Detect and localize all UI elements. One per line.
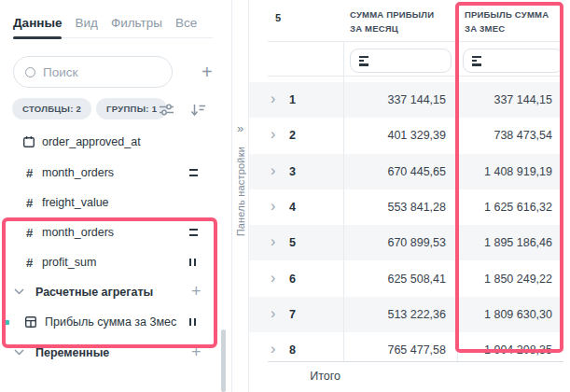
tab-data[interactable]: Данные	[13, 11, 62, 37]
add-aggregate-button[interactable]: +	[191, 282, 202, 301]
row-number: 7	[289, 308, 296, 321]
totals-label: Итого	[249, 370, 341, 383]
column-header-line: ПРИБЫЛЬ СУММА	[465, 7, 549, 21]
search-field[interactable]	[43, 65, 160, 79]
chevron-down-icon[interactable]	[14, 349, 24, 356]
number-field-icon: #	[22, 166, 36, 180]
field-row-freight-value[interactable]: # freight_value	[0, 188, 222, 217]
table-row[interactable]: ›1 337 144,15 337 144,15	[249, 82, 563, 118]
pivot-table: 5 СУММА ПРИБЫЛИ ЗА МЕСЯЦ ПРИБЫЛЬ СУММА З…	[249, 0, 570, 392]
tune-filters-icon[interactable]	[158, 101, 175, 119]
field-row-month-orders[interactable]: # month_orders	[0, 158, 222, 188]
row-expand-icon[interactable]: ›	[271, 235, 275, 250]
section-label: Переменные	[35, 346, 109, 359]
table-row[interactable]: ›8 765 477,58 1 904 208,35	[249, 332, 563, 361]
cell-rolling: 1 625 616,32	[457, 201, 563, 214]
pause-icon[interactable]	[189, 259, 196, 266]
number-field-icon: #	[22, 256, 36, 270]
field-row-order-approved-at[interactable]: order_approved_at	[0, 127, 222, 157]
pause-icon[interactable]	[189, 318, 196, 326]
section-calculated-aggregates[interactable]: Расчетные агрегаты +	[0, 277, 222, 307]
column-header-line: ЗА МЕСЯЦ	[350, 21, 434, 35]
column-header-rolling[interactable]: ПРИБЫЛЬ СУММА ЗА 3МЕС	[465, 7, 549, 35]
active-field-bullet	[5, 320, 9, 325]
tab-all[interactable]: Все	[175, 11, 197, 37]
columns-count-badge[interactable]: СТОЛБЦЫ: 2	[12, 98, 91, 119]
cell-monthly: 401 329,39	[343, 129, 457, 142]
column-header-line: ЗА 3МЕС	[465, 21, 549, 35]
row-number: 8	[289, 343, 296, 357]
table-row[interactable]: ›7 513 222,36 1 809 630,30	[249, 297, 563, 332]
row-expand-icon[interactable]: ›	[271, 199, 275, 214]
cell-monthly: 670 445,65	[343, 165, 457, 178]
field-row-month-orders-2[interactable]: # month_orders	[0, 217, 222, 247]
cell-monthly: 513 222,36	[343, 308, 457, 321]
cell-monthly: 625 508,41	[343, 273, 457, 286]
field-label: order_approved_at	[42, 135, 141, 148]
column-header-monthly[interactable]: СУММА ПРИБЫЛИ ЗА МЕСЯЦ	[350, 7, 434, 35]
number-field-icon: #	[22, 226, 36, 240]
tab-filters[interactable]: Фильтры	[111, 11, 162, 37]
settings-panel-strip[interactable]: » Панель настройки	[231, 0, 249, 392]
expand-panel-icon[interactable]: »	[232, 122, 248, 134]
groups-count-badge[interactable]: ГРУППЫ: 1	[96, 98, 167, 119]
cell-rolling: 1 895 186,46	[457, 236, 563, 249]
app-window: Данные Вид Фильтры Все + СТОЛБЦЫ: 2 ГРУП…	[0, 0, 570, 392]
row-count-header: 5	[275, 12, 281, 23]
number-field-icon: #	[22, 196, 36, 210]
equals-icon[interactable]	[189, 229, 198, 236]
cell-rolling: 337 144,15	[457, 93, 563, 106]
row-expand-icon[interactable]: ›	[271, 306, 275, 321]
table-row[interactable]: ›2 401 329,39 738 473,54	[249, 118, 563, 153]
row-number: 1	[289, 93, 296, 106]
equals-icon[interactable]	[189, 169, 198, 176]
sort-order-icon[interactable]	[189, 101, 207, 119]
field-label: freight_value	[42, 196, 109, 209]
filter-row-divider	[268, 76, 563, 77]
row-number: 4	[289, 201, 296, 214]
field-row-profit-sum[interactable]: # profit_sum	[0, 247, 222, 277]
column-divider	[343, 41, 344, 392]
row-expand-icon[interactable]: ›	[271, 343, 275, 357]
fields-panel: Данные Вид Фильтры Все + СТОЛБЦЫ: 2 ГРУП…	[0, 0, 231, 392]
chevron-down-icon[interactable]	[14, 288, 24, 295]
row-number: 5	[289, 236, 296, 249]
cell-monthly: 337 144,15	[343, 93, 457, 106]
cell-monthly: 670 899,53	[343, 236, 457, 249]
sidebar-scrollbar[interactable]	[221, 329, 226, 392]
search-input[interactable]	[13, 56, 173, 88]
table-row[interactable]: ›6 625 508,41 1 850 249,22	[249, 260, 563, 296]
field-label: Прибыль сумма за 3мес	[45, 315, 176, 329]
row-expand-icon[interactable]: ›	[271, 271, 275, 286]
column-divider	[457, 41, 458, 392]
section-label: Расчетные агрегаты	[35, 286, 153, 299]
cell-monthly: 765 477,58	[343, 343, 457, 357]
field-label: month_orders	[42, 166, 114, 179]
filter-icon	[359, 56, 368, 66]
cell-rolling: 1 809 630,30	[457, 308, 563, 321]
column-filter-input-monthly[interactable]	[350, 49, 452, 73]
row-number: 3	[289, 165, 296, 178]
totals-row: Итого	[249, 361, 570, 392]
column-filter-input-rolling[interactable]	[463, 49, 563, 73]
row-expand-icon[interactable]: ›	[271, 163, 275, 178]
search-icon	[25, 67, 35, 77]
cell-rolling: 1 850 249,22	[457, 273, 563, 286]
add-variable-button[interactable]: +	[191, 343, 202, 362]
row-expand-icon[interactable]: ›	[271, 128, 275, 143]
tab-view[interactable]: Вид	[75, 11, 97, 37]
cell-rolling: 738 473,54	[457, 129, 563, 142]
row-expand-icon[interactable]: ›	[271, 92, 275, 107]
column-header-line: СУММА ПРИБЫЛИ	[350, 7, 434, 21]
sidebar-tabs: Данные Вид Фильтры Все	[13, 11, 213, 38]
table-row[interactable]: ›3 670 445,65 1 408 919,19	[249, 154, 563, 189]
add-field-button[interactable]: +	[202, 63, 213, 81]
calendar-icon	[22, 135, 36, 148]
table-row[interactable]: ›4 553 841,28 1 625 616,32	[249, 189, 563, 225]
filter-icon	[472, 56, 481, 66]
field-label: month_orders	[42, 226, 114, 239]
totals-divider	[268, 361, 563, 362]
section-variables[interactable]: Переменные +	[0, 338, 222, 368]
field-row-profit-sum-3m[interactable]: Прибыль сумма за 3мес	[0, 307, 222, 337]
table-row[interactable]: ›5 670 899,53 1 895 186,46	[249, 225, 563, 260]
